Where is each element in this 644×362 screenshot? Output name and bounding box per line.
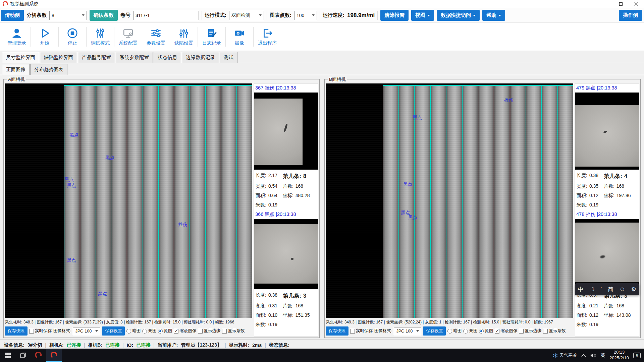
view-menu-button[interactable]: 视图 bbox=[411, 10, 434, 21]
realtime-save-checkbox[interactable]: 实时保存 bbox=[350, 328, 373, 334]
radio-icon[interactable] bbox=[142, 329, 147, 334]
help-menu-button[interactable]: 帮助 bbox=[482, 10, 505, 21]
save-snapshot-button[interactable]: 保存快照 bbox=[326, 326, 348, 336]
defect-bars-icon bbox=[178, 27, 190, 39]
tab-status-info[interactable]: 状态信息 bbox=[154, 52, 181, 63]
exit-program-button[interactable]: 退出程序 bbox=[255, 27, 280, 46]
tab-edge-data-record[interactable]: 边缘数据记录 bbox=[182, 52, 219, 63]
bright-image-radio[interactable]: 亮图 bbox=[142, 328, 156, 334]
data-quick-access-button[interactable]: 数据快捷访问 bbox=[437, 10, 480, 21]
speaker-muted-icon[interactable] bbox=[590, 353, 596, 358]
confirm-strip-count-button[interactable]: 确认条数 bbox=[90, 10, 118, 21]
parameter-settings-button[interactable]: 参数设置 bbox=[143, 27, 169, 46]
defect-settings-button[interactable]: 缺陷设置 bbox=[171, 27, 197, 46]
run-mode-select[interactable]: 双面检测 bbox=[229, 11, 264, 20]
ime-mode-toggle[interactable]: 中 bbox=[578, 286, 584, 293]
image-format-select[interactable]: JPG 100 bbox=[73, 327, 100, 335]
tab-system-param-config[interactable]: 系统参数配置 bbox=[116, 52, 153, 63]
subtab-front-image[interactable]: 正面图像 bbox=[2, 64, 30, 75]
checkbox-icon[interactable] bbox=[29, 329, 34, 334]
checkbox-checked-icon[interactable] bbox=[495, 329, 499, 334]
weather-widget[interactable]: 天气寒冷 bbox=[553, 352, 577, 358]
radio-icon[interactable] bbox=[447, 329, 452, 334]
zoom-image-checkbox[interactable]: 缩放图像 bbox=[174, 328, 196, 334]
show-strips-checkbox[interactable]: 显示条数 bbox=[222, 328, 245, 334]
chevron-down-icon bbox=[498, 15, 501, 16]
save-settings-button[interactable]: 保存设置 bbox=[102, 326, 125, 336]
minimize-button[interactable] bbox=[598, 0, 613, 8]
radio-selected-icon[interactable] bbox=[158, 329, 163, 334]
dark-image-radio[interactable]: 暗图 bbox=[447, 328, 462, 334]
punctuation-icon[interactable]: ’ bbox=[601, 286, 602, 293]
strip-segment bbox=[190, 86, 205, 318]
radio-icon[interactable] bbox=[126, 329, 131, 334]
sliders-vertical-icon bbox=[94, 27, 106, 39]
taskbar-active-app-icon[interactable] bbox=[46, 349, 62, 362]
system-config-button[interactable]: 系统配置 bbox=[115, 27, 141, 46]
dark-image-radio[interactable]: 暗图 bbox=[126, 328, 141, 334]
simplified-chinese-toggle[interactable]: 简 bbox=[608, 286, 613, 293]
subtab-distribution-trend[interactable]: 分布趋势图表 bbox=[30, 64, 67, 75]
notification-badge[interactable]: 6 bbox=[633, 353, 641, 358]
checkbox-icon[interactable] bbox=[543, 329, 548, 334]
show-edges-checkbox[interactable]: 显示边缘 bbox=[198, 328, 220, 334]
task-view-button[interactable] bbox=[15, 349, 31, 362]
tab-defect-monitor[interactable]: 缺陷监控界面 bbox=[40, 52, 77, 63]
tab-product-model-config[interactable]: 产品型号配置 bbox=[78, 52, 115, 63]
realtime-save-checkbox[interactable]: 实时保存 bbox=[29, 328, 52, 334]
maximize-button[interactable] bbox=[613, 0, 629, 8]
checkbox-icon[interactable] bbox=[198, 329, 203, 334]
camera-a-image: 黑点黑点黑点黑点挫伤黑点黑点 bbox=[5, 83, 252, 318]
close-button[interactable] bbox=[629, 0, 644, 8]
roll-number-input[interactable] bbox=[133, 11, 199, 20]
radio-selected-icon[interactable] bbox=[479, 329, 484, 334]
operator-side-button[interactable]: 操作侧 bbox=[619, 10, 642, 21]
taskbar-clock[interactable]: 20:13 2025/2/10 bbox=[609, 350, 629, 361]
gear-icon[interactable]: ⚙ bbox=[631, 286, 636, 293]
checkbox-icon[interactable] bbox=[350, 329, 355, 334]
toolbar-separator bbox=[58, 27, 59, 47]
emoji-icon[interactable]: ☺ bbox=[620, 286, 625, 293]
admin-login-button[interactable]: 管理登录 bbox=[4, 27, 30, 46]
original-image-radio[interactable]: 原图 bbox=[479, 328, 493, 334]
device-info-label: 设备信息: bbox=[4, 342, 24, 348]
tab-size-monitor[interactable]: 尺寸监控界面 bbox=[2, 52, 39, 63]
defect-stats: 长度:0.38 第几条:3 宽度:0.31 片数:168 面积:0.10 坐标:… bbox=[254, 289, 318, 330]
taskbar-app-icon[interactable] bbox=[31, 349, 46, 362]
defect-card: 478 挫伤 |20:13:38 长度:0.57 第几条:3 宽度:0.21 片… bbox=[575, 210, 639, 330]
drive-side-button[interactable]: 传动侧 bbox=[1, 10, 24, 21]
start-button[interactable] bbox=[0, 349, 15, 362]
ime-language-indicator[interactable]: 英 bbox=[601, 352, 605, 358]
debug-mode-button[interactable]: 调试模式 bbox=[88, 27, 113, 46]
tab-test[interactable]: 测试 bbox=[220, 52, 237, 63]
chart-points-select[interactable]: 100 bbox=[294, 11, 317, 20]
start-button[interactable]: 开始 bbox=[32, 27, 57, 46]
chevron-down-icon bbox=[95, 330, 98, 332]
strip-segment bbox=[541, 86, 557, 318]
original-image-radio[interactable]: 原图 bbox=[158, 328, 172, 334]
show-strips-checkbox[interactable]: 显示条数 bbox=[543, 328, 566, 334]
show-edges-checkbox[interactable]: 显示边缘 bbox=[519, 328, 541, 334]
radio-icon[interactable] bbox=[463, 329, 468, 334]
checkbox-icon[interactable] bbox=[222, 329, 227, 334]
moon-icon[interactable]: ☽ bbox=[590, 286, 595, 293]
save-settings-button[interactable]: 保存设置 bbox=[423, 326, 446, 336]
stop-button[interactable]: 停止 bbox=[60, 27, 85, 46]
image-format-select[interactable]: JPG 100 bbox=[394, 327, 421, 335]
checkbox-icon[interactable] bbox=[519, 329, 524, 334]
chevron-down-icon bbox=[312, 14, 315, 16]
checkbox-checked-icon[interactable] bbox=[174, 329, 178, 334]
defect-thumbnail bbox=[254, 219, 318, 289]
toolbar-separator bbox=[377, 11, 378, 20]
toolbar-separator bbox=[320, 11, 320, 20]
save-snapshot-button[interactable]: 保存快照 bbox=[5, 326, 28, 336]
capture-button[interactable]: 撮像 bbox=[227, 27, 252, 46]
chevron-up-icon[interactable] bbox=[581, 354, 586, 357]
zoom-image-checkbox[interactable]: 缩放图像 bbox=[495, 328, 517, 334]
clear-alarm-button[interactable]: 清除报警 bbox=[380, 10, 409, 21]
defect-image-region bbox=[254, 99, 303, 165]
bright-image-radio[interactable]: 亮图 bbox=[463, 328, 477, 334]
defect-thumbnail bbox=[254, 93, 318, 170]
slit-count-select[interactable]: 8 bbox=[49, 11, 87, 20]
log-record-button[interactable]: 日志记录 bbox=[199, 27, 224, 46]
